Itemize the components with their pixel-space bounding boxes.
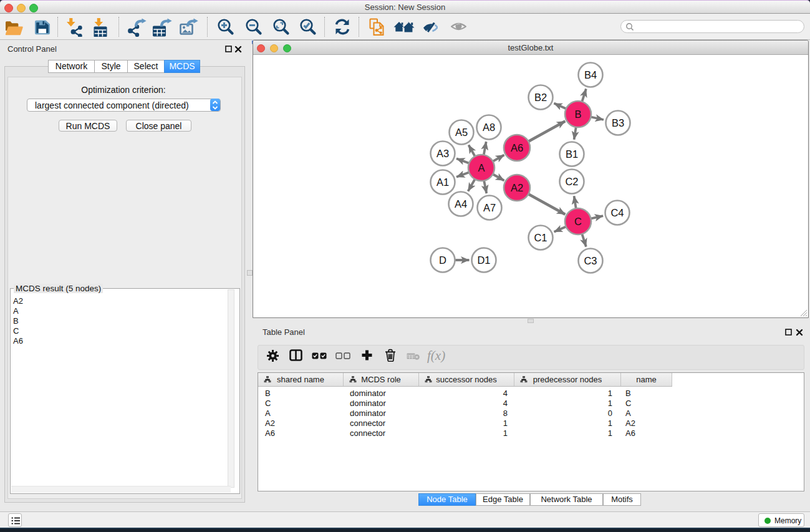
svg-text:B2: B2 [534,92,547,103]
svg-text:C1: C1 [534,232,547,243]
svg-text:B4: B4 [584,69,597,80]
svg-text:A6: A6 [511,142,523,153]
svg-text:A5: A5 [455,127,468,138]
svg-text:A: A [478,162,485,173]
svg-text:C: C [574,216,582,227]
svg-text:A8: A8 [483,122,495,133]
svg-text:A2: A2 [511,182,523,193]
svg-text:C2: C2 [565,176,578,187]
svg-text:A3: A3 [436,148,449,159]
svg-text:A7: A7 [483,202,496,213]
svg-text:B1: B1 [566,148,578,160]
svg-text:C4: C4 [610,207,624,218]
svg-text:A1: A1 [436,177,449,188]
svg-text:A4: A4 [455,198,467,210]
svg-text:B: B [574,109,581,120]
svg-text:D: D [439,254,446,266]
svg-text:C3: C3 [584,255,597,266]
svg-text:B3: B3 [612,117,624,128]
svg-text:D1: D1 [477,254,490,266]
